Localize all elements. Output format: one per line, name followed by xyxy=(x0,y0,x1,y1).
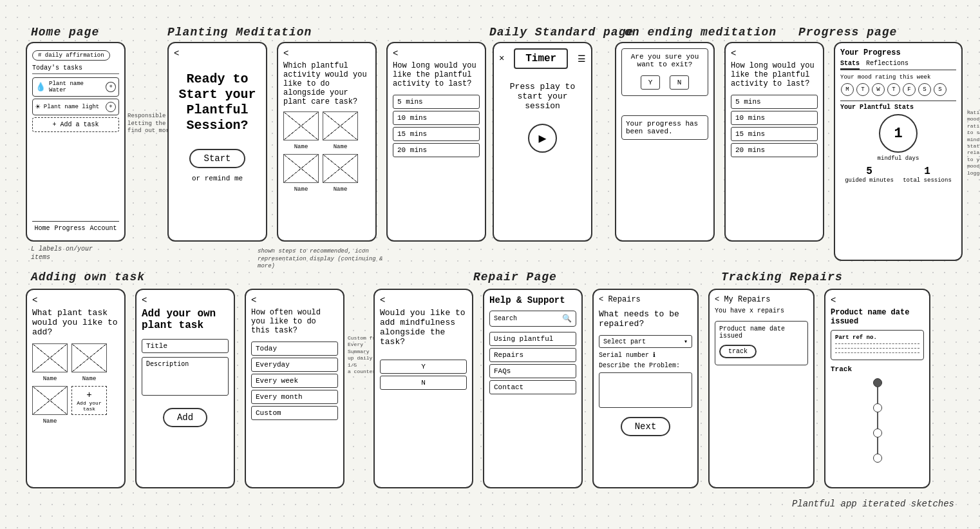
home-nav: Home Progress Account xyxy=(32,221,119,235)
how-long-back[interactable]: < xyxy=(393,48,480,59)
search-bar[interactable]: Search 🔍 xyxy=(489,311,576,327)
option-15min[interactable]: 15 mins xyxy=(393,127,480,141)
activity-item-2[interactable]: Name xyxy=(323,111,358,150)
description-input[interactable]: Description xyxy=(142,357,229,396)
mindfulness-back[interactable]: < xyxy=(380,295,467,305)
screen-how-long: < How long would you like the plantful a… xyxy=(386,42,486,242)
water-icon: 💧 xyxy=(35,82,46,92)
task-item-3[interactable]: Name xyxy=(32,386,68,425)
activity-img-1 xyxy=(283,111,319,140)
task-water-row[interactable]: 💧 Plant name Water + xyxy=(32,77,119,97)
mood-header-label: Your mood rating this week xyxy=(840,74,956,81)
problem-textarea[interactable] xyxy=(599,372,692,408)
add-mindfulness-content: < Would you like to add mindfulness alon… xyxy=(375,290,472,487)
help-item-3[interactable]: FAQs xyxy=(489,364,576,378)
progress-dot-3 xyxy=(873,428,882,438)
add-task-question: What plant task would you like to add? xyxy=(32,308,119,337)
add-task-back[interactable]: < xyxy=(32,295,119,305)
which-back[interactable]: < xyxy=(283,48,370,59)
timer-content: × Timer ☰ Press play to start your sessi… xyxy=(494,43,591,240)
activity-img-4 xyxy=(323,154,358,183)
label-tracking: Tracking Repairs xyxy=(721,271,843,284)
help-item-1[interactable]: Using plantful xyxy=(489,332,576,346)
nav-progress[interactable]: Progress xyxy=(54,225,85,232)
tab-stats[interactable]: Stats xyxy=(840,60,860,70)
freq-today[interactable]: Today xyxy=(251,341,338,356)
how-long-question: How long would you like the plantful act… xyxy=(393,61,480,88)
my-repairs-content: < My Repairs You have x repairs Product … xyxy=(710,290,813,487)
add-task-content: < What plant task would you like to add?… xyxy=(27,290,124,487)
tracking-back[interactable]: < xyxy=(831,295,924,305)
screen-which-activity: < Which plantful activity would you like… xyxy=(277,42,377,242)
title-input[interactable]: Title xyxy=(142,339,229,353)
repairs-back[interactable]: < Repairs xyxy=(599,295,692,304)
freq-everymonth[interactable]: Every month xyxy=(251,390,338,404)
how-often-back[interactable]: < xyxy=(251,295,338,305)
which-activity-content: < Which plantful activity would you like… xyxy=(278,43,375,240)
stats-row: 5 guided minutes 1 total sessions xyxy=(840,166,956,184)
guided-minutes-stat: 5 guided minutes xyxy=(845,166,894,184)
progress-line-2 xyxy=(877,412,878,428)
mindfulness-no[interactable]: N xyxy=(380,376,467,390)
freq-everyweek[interactable]: Every week xyxy=(251,374,338,388)
repairs-next-btn[interactable]: Next xyxy=(621,417,671,436)
how-long2-back[interactable]: < xyxy=(731,48,818,59)
help-item-2[interactable]: Repairs xyxy=(489,348,576,362)
tab-reflections[interactable]: Reflections xyxy=(866,60,909,70)
task-img-1 xyxy=(32,343,68,372)
activity-item-4[interactable]: Name xyxy=(323,154,358,193)
repair-item: Product name date issued track xyxy=(715,321,808,365)
activity-item-3[interactable]: Name xyxy=(283,154,319,193)
activity-name-1: Name xyxy=(283,144,319,150)
task-name-3: Name xyxy=(32,418,68,425)
track-btn[interactable]: track xyxy=(719,345,757,358)
label-home-page: Home page xyxy=(31,26,99,39)
select-part[interactable]: Select part ▾ xyxy=(599,335,692,348)
freq-everyday[interactable]: Everyday xyxy=(251,358,338,372)
screen-add-own-task: < Add your own plant task Title Descript… xyxy=(135,289,235,488)
task-item-1[interactable]: Name xyxy=(32,343,68,382)
day-t1: T xyxy=(856,83,869,96)
task-item-2[interactable]: Name xyxy=(71,343,107,382)
task-add-custom[interactable]: + Add your task xyxy=(71,386,107,415)
play-button[interactable]: ▶ xyxy=(528,124,557,153)
light-task-btn[interactable]: + xyxy=(106,102,116,112)
freq-custom[interactable]: Custom xyxy=(251,406,338,420)
add-own-task-label: Add your task xyxy=(72,400,106,412)
task-name-1: Name xyxy=(32,376,68,382)
nav-account[interactable]: Account xyxy=(90,225,117,232)
option2-10min[interactable]: 10 mins xyxy=(731,111,818,125)
option2-5min[interactable]: 5 mins xyxy=(731,95,818,109)
no-btn[interactable]: N xyxy=(670,75,689,90)
progress-dot-2 xyxy=(873,403,882,412)
water-task-btn[interactable]: + xyxy=(106,82,116,92)
timer-display: Timer xyxy=(514,48,568,69)
yes-no-buttons: Y N xyxy=(626,73,704,91)
start-btn[interactable]: Start xyxy=(189,149,245,168)
yes-btn[interactable]: Y xyxy=(641,75,660,90)
task-water-label: Plant name Water xyxy=(49,81,102,93)
add-task-btn[interactable]: + Add a task xyxy=(32,117,119,132)
mindfulness-yes[interactable]: Y xyxy=(380,360,467,374)
activity-item-1[interactable]: Name xyxy=(283,111,319,150)
option-10min[interactable]: 10 mins xyxy=(393,111,480,125)
screen-repairs: < Repairs What needs to be repaired? Sel… xyxy=(592,289,699,488)
task-name-2: Name xyxy=(71,376,107,382)
task-light-row[interactable]: ☀ Plant name light + xyxy=(32,99,119,115)
option-5min[interactable]: 5 mins xyxy=(393,95,480,109)
add-task-submit-btn[interactable]: Add xyxy=(163,408,207,427)
option-20min[interactable]: 20 mins xyxy=(393,143,480,157)
close-icon[interactable]: × xyxy=(499,53,504,64)
my-repairs-back[interactable]: < My Repairs xyxy=(715,295,808,304)
tracking-progress xyxy=(831,378,924,463)
day-w: W xyxy=(872,83,885,96)
option2-15min[interactable]: 15 mins xyxy=(731,127,818,141)
screen-add-mindfulness: < Would you like to add mindfulness alon… xyxy=(373,289,473,488)
option2-20min[interactable]: 20 mins xyxy=(731,143,818,157)
activity-grid-row1: Name Name xyxy=(283,111,370,150)
settings-icon[interactable]: ☰ xyxy=(578,53,586,64)
help-item-4[interactable]: Contact xyxy=(489,380,576,394)
nav-home[interactable]: Home xyxy=(34,225,50,232)
ready-back[interactable]: < xyxy=(174,48,261,59)
add-own-back[interactable]: < xyxy=(142,295,229,305)
